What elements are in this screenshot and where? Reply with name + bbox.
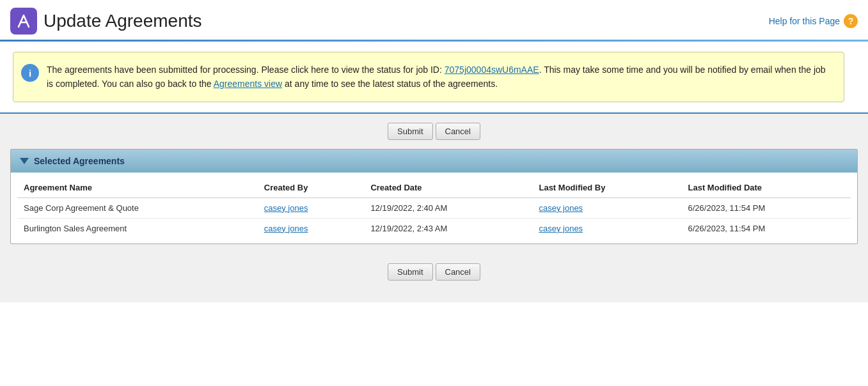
notification-area: i The agreements have been submitted for… bbox=[0, 42, 868, 112]
top-submit-button[interactable]: Submit bbox=[388, 123, 432, 140]
table-row: Burlington Sales Agreement casey jones 1… bbox=[17, 218, 851, 238]
col-last-modified-date: Last Modified Date bbox=[682, 178, 851, 198]
collapse-icon[interactable] bbox=[20, 158, 29, 164]
created-by-link-1[interactable]: casey jones bbox=[264, 224, 308, 233]
agreements-view-link[interactable]: Agreements view bbox=[214, 79, 282, 89]
cell-last-modified-date-1: 6/26/2023, 11:54 PM bbox=[682, 218, 851, 238]
page-title: Update Agreements bbox=[43, 11, 202, 31]
header-left: Update Agreements bbox=[10, 8, 202, 35]
bottom-cancel-button[interactable]: Cancel bbox=[436, 263, 480, 281]
cell-agreement-name-1: Burlington Sales Agreement bbox=[17, 218, 258, 238]
col-created-by: Created By bbox=[258, 178, 365, 198]
notification-box: i The agreements have been submitted for… bbox=[13, 52, 844, 102]
page-header: Update Agreements Help for this Page ? bbox=[0, 0, 868, 40]
cell-last-modified-date-0: 6/26/2023, 11:54 PM bbox=[682, 197, 851, 218]
app-icon bbox=[10, 8, 37, 35]
cell-created-by-1[interactable]: casey jones bbox=[258, 218, 365, 238]
agreements-section: Selected Agreements Agreement Name Creat… bbox=[10, 149, 858, 244]
table-header-row: Agreement Name Created By Created Date L… bbox=[17, 178, 851, 198]
col-agreement-name: Agreement Name bbox=[17, 178, 258, 198]
help-link[interactable]: Help for this Page ? bbox=[769, 14, 858, 28]
bottom-button-bar: Submit Cancel bbox=[0, 254, 868, 290]
acrobat-icon bbox=[15, 13, 32, 29]
section-header: Selected Agreements bbox=[11, 150, 857, 173]
cell-last-modified-by-0[interactable]: casey jones bbox=[532, 197, 681, 218]
top-cancel-button[interactable]: Cancel bbox=[436, 123, 480, 140]
notification-text: The agreements have been submitted for p… bbox=[47, 63, 833, 91]
last-modified-by-link-0[interactable]: casey jones bbox=[539, 203, 583, 213]
agreements-table-wrapper: Agreement Name Created By Created Date L… bbox=[11, 173, 857, 243]
table-row: Sage Corp Agreement & Quote casey jones … bbox=[17, 197, 851, 218]
cell-created-date-1: 12/19/2022, 2:43 AM bbox=[364, 218, 532, 238]
agreements-table: Agreement Name Created By Created Date L… bbox=[17, 178, 851, 238]
notification-message-part1: The agreements have been submitted for p… bbox=[47, 65, 445, 75]
cell-agreement-name-0: Sage Corp Agreement & Quote bbox=[17, 197, 258, 218]
section-title: Selected Agreements bbox=[34, 156, 125, 166]
help-icon: ? bbox=[844, 14, 858, 28]
last-modified-by-link-1[interactable]: casey jones bbox=[539, 224, 583, 233]
col-created-date: Created Date bbox=[364, 178, 532, 198]
created-by-link-0[interactable]: casey jones bbox=[264, 203, 308, 213]
job-id-link[interactable]: 7075j00004swU6mAAE bbox=[445, 65, 539, 75]
top-button-bar: Submit Cancel bbox=[0, 114, 868, 149]
cell-last-modified-by-1[interactable]: casey jones bbox=[532, 218, 681, 238]
cell-created-date-0: 12/19/2022, 2:40 AM bbox=[364, 197, 532, 218]
page-wrapper: Update Agreements Help for this Page ? i… bbox=[0, 0, 868, 386]
bottom-submit-button[interactable]: Submit bbox=[388, 263, 432, 281]
info-icon: i bbox=[21, 64, 39, 82]
notification-message-part3: at any time to see the latest status of … bbox=[282, 79, 498, 89]
col-last-modified-by: Last Modified By bbox=[532, 178, 681, 198]
help-link-text: Help for this Page bbox=[769, 16, 840, 26]
cell-created-by-0[interactable]: casey jones bbox=[258, 197, 365, 218]
main-content: i The agreements have been submitted for… bbox=[0, 42, 868, 302]
